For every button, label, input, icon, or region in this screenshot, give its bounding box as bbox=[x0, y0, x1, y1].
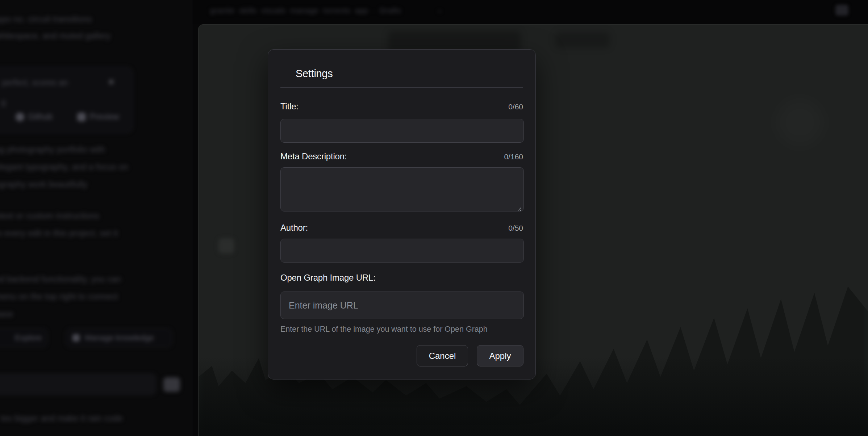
chat-text: elegant typography, and a focus on bbox=[0, 162, 128, 172]
og-image-url-label: Open Graph Image URL: bbox=[280, 273, 376, 283]
explore-button[interactable]: Explore bbox=[0, 329, 47, 347]
chat-input[interactable] bbox=[0, 374, 156, 395]
preview-header-blob bbox=[555, 32, 610, 48]
author-input[interactable] bbox=[280, 239, 524, 263]
chat-text: ed backend functionality, you can bbox=[0, 274, 121, 284]
app-menu-icon[interactable] bbox=[835, 5, 848, 16]
github-icon bbox=[16, 113, 24, 121]
title-input[interactable] bbox=[280, 119, 524, 143]
preview-widget-blob bbox=[218, 238, 234, 253]
context-card-text: perfect, scores an bbox=[2, 78, 68, 88]
chat-sidebar: typo no. circuit transitions whitespace,… bbox=[0, 0, 192, 436]
meta-description-counter: 0/160 bbox=[504, 152, 523, 161]
preview-button[interactable]: Preview bbox=[77, 112, 119, 122]
app-screen: granite skills visuals manage torrents a… bbox=[0, 0, 868, 436]
og-image-url-input[interactable] bbox=[280, 292, 524, 319]
cancel-button[interactable]: Cancel bbox=[417, 345, 468, 366]
author-counter: 0/50 bbox=[508, 224, 523, 232]
book-icon bbox=[72, 334, 80, 341]
github-button[interactable]: Github bbox=[16, 112, 53, 122]
divider bbox=[280, 87, 523, 88]
dialog-title: Settings bbox=[296, 68, 333, 80]
preview-glow bbox=[775, 97, 825, 148]
chat-text: ng photography portfolio with bbox=[0, 145, 105, 155]
context-card-text: g bbox=[1, 97, 6, 107]
chat-text: base bbox=[0, 309, 13, 319]
chat-text: whitespace, and muted gallery bbox=[0, 31, 110, 41]
og-helper-text: Enter the URL of the image you want to u… bbox=[280, 325, 488, 334]
title-label: Title: bbox=[280, 101, 299, 112]
suggestion-text: tes bigger and make it rain code bbox=[1, 414, 123, 423]
chat-text: ography work beautifully bbox=[0, 180, 87, 189]
author-label: Author: bbox=[280, 223, 308, 233]
send-button[interactable] bbox=[163, 377, 180, 392]
chat-text: ntext or custom instructions bbox=[0, 211, 99, 221]
apply-button[interactable]: Apply bbox=[477, 345, 523, 366]
meta-description-label: Meta Description: bbox=[280, 151, 347, 162]
title-counter: 0/60 bbox=[508, 102, 523, 111]
eye-icon bbox=[77, 113, 86, 121]
meta-description-textarea[interactable] bbox=[280, 167, 524, 211]
chat-text: menu on the top right to connect bbox=[0, 292, 118, 302]
manage-knowledge-button[interactable]: Manage knowledge bbox=[66, 329, 172, 347]
chat-text: typo no. circuit transitions bbox=[0, 14, 92, 24]
settings-dialog: Settings Title: 0/60 Meta Description: 0… bbox=[268, 49, 536, 380]
chat-text: to every edit in this project, set it bbox=[0, 229, 118, 238]
close-icon[interactable]: ✕ bbox=[108, 77, 115, 87]
context-card: perfect, scores an ✕ g Github Preview bbox=[0, 67, 133, 133]
chevron-down-icon[interactable]: ⌄ bbox=[437, 5, 443, 14]
breadcrumb: granite skills visuals manage torrents a… bbox=[210, 6, 401, 15]
